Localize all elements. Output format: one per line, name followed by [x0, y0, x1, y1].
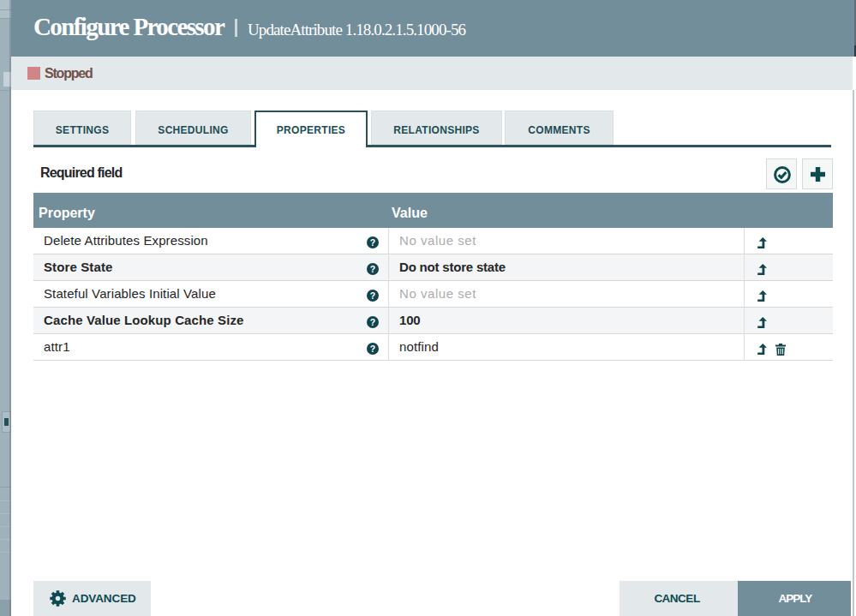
svg-text:?: ?	[370, 264, 376, 274]
svg-text:?: ?	[370, 317, 376, 327]
svg-text:?: ?	[370, 290, 376, 301]
svg-text:?: ?	[370, 237, 376, 248]
svg-text:?: ?	[370, 344, 376, 354]
